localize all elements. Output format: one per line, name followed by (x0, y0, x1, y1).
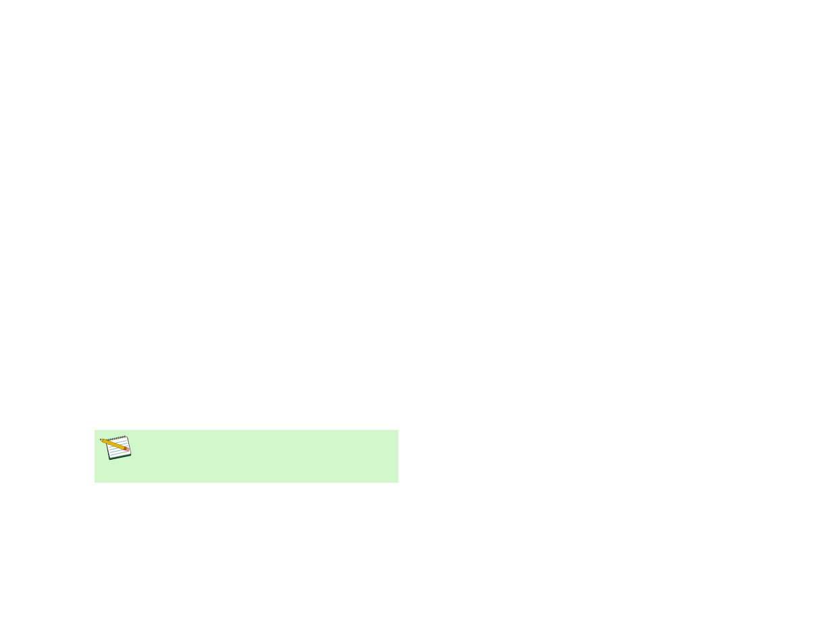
notepad-pencil-icon (100, 433, 137, 463)
note-box (95, 430, 398, 483)
